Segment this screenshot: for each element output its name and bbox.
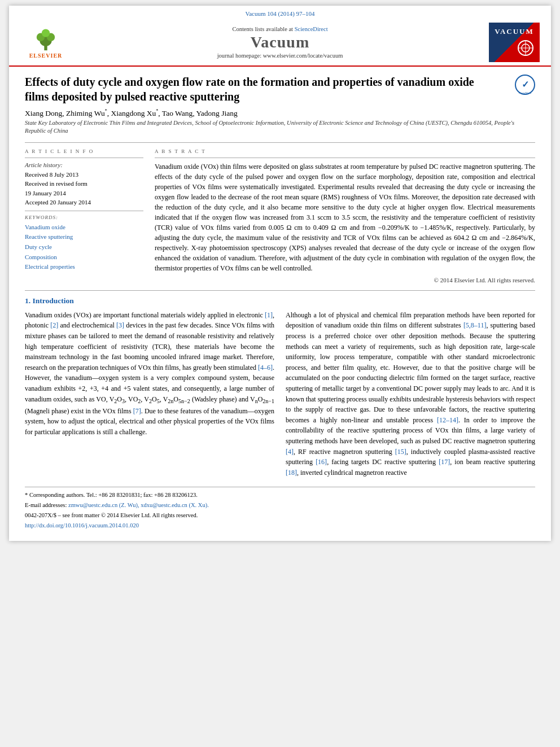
- abstract-text: Vanadium oxide (VOx) thin films were dep…: [155, 161, 535, 273]
- article-info-label: A R T I C L E I N F O: [25, 148, 143, 154]
- journal-banner: ELSEVIER Contents lists available at Sci…: [20, 19, 540, 65]
- intro-para-1: Vanadium oxides (VOx) are important func…: [25, 310, 274, 437]
- keyword-5: Electrical properties: [25, 262, 143, 272]
- received-date: Received 8 July 2013: [25, 170, 143, 180]
- ref-3[interactable]: [3]: [116, 321, 124, 329]
- keyword-4: Composition: [25, 252, 143, 263]
- keywords-label: Keywords:: [25, 215, 143, 220]
- abstract-label: A B S T R A C T: [155, 148, 535, 154]
- abstract-col: A B S T R A C T Vanadium oxide (VOx) thi…: [155, 148, 535, 283]
- ref-5-8-11[interactable]: [5,8–11]: [463, 321, 487, 329]
- intro-two-col: Vanadium oxides (VOx) are important func…: [25, 310, 535, 482]
- journal-center: Contents lists available at ScienceDirec…: [71, 26, 489, 59]
- journal-header: Vacuum 104 (2014) 97–104 ELSEVIER Conten…: [9, 6, 551, 67]
- keyword-1: Vanadium oxide: [25, 222, 143, 233]
- keyword-3: Duty cycle: [25, 242, 143, 252]
- intro-col-left: Vanadium oxides (VOx) are important func…: [25, 310, 274, 482]
- journal-volume-info: Vacuum 104 (2014) 97–104: [245, 10, 314, 17]
- email-link-1[interactable]: zmwu@uestc.edu.cn (Z. Wu),: [68, 502, 139, 508]
- sciencedirect-link[interactable]: ScienceDirect: [295, 26, 328, 32]
- journal-name: Vacuum: [71, 33, 489, 51]
- ref-4-6[interactable]: [4–6]: [258, 364, 273, 372]
- article-info-col: A R T I C L E I N F O Article history: R…: [25, 148, 143, 283]
- keyword-2: Reactive sputtering: [25, 232, 143, 242]
- footnote-issn: 0042-207X/$ – see front matter © 2014 El…: [25, 511, 535, 520]
- ref-4[interactable]: [4]: [286, 448, 294, 456]
- contents-line: Contents lists available at ScienceDirec…: [71, 26, 489, 32]
- footnote-corresponding: * Corresponding authors. Tel.: +86 28 83…: [25, 491, 535, 500]
- svg-text:CrossMark: CrossMark: [519, 91, 532, 94]
- ref-7[interactable]: [7]: [133, 407, 141, 415]
- footnote-email: E-mail addresses: zmwu@uestc.edu.cn (Z. …: [25, 501, 535, 510]
- svg-text:✓: ✓: [522, 80, 529, 89]
- journal-homepage: journal homepage: www.elsevier.com/locat…: [71, 53, 489, 59]
- elsevier-tree-icon: [29, 26, 63, 51]
- vacuum-logo-box: VACUUM: [489, 23, 540, 62]
- crossmark-icon: ✓ CrossMark: [515, 75, 535, 95]
- vacuum-logo-graphic: [514, 40, 537, 59]
- elsevier-logo: ELSEVIER: [20, 26, 71, 59]
- received-revised-label: Received in revised form: [25, 179, 143, 189]
- vacuum-logo-text: VACUUM: [489, 27, 540, 36]
- ref-1[interactable]: [1]: [265, 311, 273, 319]
- email-link-2[interactable]: xdxu@uestc.edu.cn (X. Xu).: [141, 502, 208, 508]
- history-label: Article history:: [25, 161, 143, 168]
- elsevier-label: ELSEVIER: [29, 53, 63, 59]
- footnote-section: * Corresponding authors. Tel.: +86 28 83…: [25, 487, 535, 530]
- svg-point-4: [42, 29, 50, 37]
- title-row: Effects of duty cycle and oxygen flow ra…: [25, 75, 535, 104]
- received-revised-date: 19 January 2014: [25, 189, 143, 198]
- section-header: 1. Introduction: [25, 296, 535, 305]
- ref-16[interactable]: [16]: [316, 458, 327, 466]
- article-title: Effects of duty cycle and oxygen flow ra…: [25, 75, 499, 104]
- doi-link[interactable]: http://dx.doi.org/10.1016/j.vacuum.2014.…: [25, 522, 139, 528]
- authors-line: Xiang Dong, Zhiming Wu*, Xiangdong Xu*, …: [25, 108, 535, 118]
- ref-18[interactable]: [18]: [286, 469, 297, 477]
- page: Vacuum 104 (2014) 97–104 ELSEVIER Conten…: [9, 6, 551, 541]
- info-section: A R T I C L E I N F O Article history: R…: [25, 142, 535, 283]
- accepted-date: Accepted 20 January 2014: [25, 198, 143, 207]
- abstract-copyright: © 2014 Elsevier Ltd. All rights reserved…: [155, 277, 535, 283]
- intro-col-right: Although a lot of physical and chemical …: [286, 310, 535, 482]
- ref-12-14[interactable]: [12–14]: [437, 416, 458, 424]
- journal-top-bar: Vacuum 104 (2014) 97–104: [20, 10, 540, 17]
- intro-para-2: Although a lot of physical and chemical …: [286, 310, 535, 478]
- ref-15[interactable]: [15]: [395, 448, 406, 456]
- affiliation: State Key Laboratory of Electronic Thin …: [25, 119, 535, 136]
- footnote-doi: http://dx.doi.org/10.1016/j.vacuum.2014.…: [25, 521, 535, 530]
- ref-2[interactable]: [2]: [50, 321, 58, 329]
- introduction-section: 1. Introduction Vanadium oxides (VOx) ar…: [25, 290, 535, 482]
- article-body: Effects of duty cycle and oxygen flow ra…: [9, 67, 551, 541]
- ref-17[interactable]: [17]: [439, 458, 450, 466]
